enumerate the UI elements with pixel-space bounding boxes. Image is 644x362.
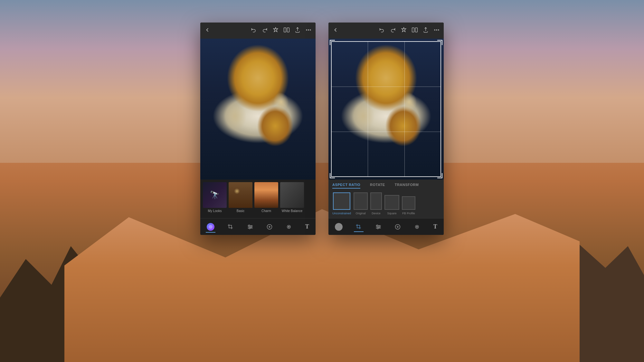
svg-point-27 — [417, 226, 418, 227]
right-toolbar-left — [332, 27, 339, 34]
back-button[interactable] — [204, 27, 211, 34]
text-icon: T — [305, 223, 309, 230]
aspect-option-unconstrained[interactable]: Unconstrained — [332, 192, 351, 215]
left-tool-text[interactable]: T — [301, 221, 313, 232]
right-selective-icon — [414, 224, 420, 230]
tab-aspect-ratio[interactable]: ASPECT RATIO — [332, 183, 360, 189]
aspect-option-original[interactable]: Original — [354, 192, 368, 215]
crop-grid-v2 — [404, 41, 405, 177]
crop-overlay[interactable] — [328, 39, 444, 180]
look-label-white-balance: White Balance — [282, 209, 302, 213]
right-text-icon: T — [433, 223, 437, 230]
compare-button[interactable] — [283, 27, 290, 34]
right-tool-text[interactable]: T — [430, 221, 441, 232]
aspect-option-fb-profile[interactable]: FB Profile — [402, 196, 415, 215]
auto-adjust-button[interactable] — [272, 27, 279, 34]
right-redo-button[interactable] — [390, 27, 396, 34]
right-screen: ASPECT RATIO ROTATE TRANSFORM Unconstrai… — [328, 23, 444, 235]
right-share-button[interactable] — [422, 27, 429, 34]
crop-frame — [331, 41, 441, 177]
svg-rect-1 — [287, 28, 289, 32]
svg-point-18 — [438, 30, 439, 31]
svg-point-8 — [248, 225, 250, 226]
crop-corner-tl — [330, 40, 335, 45]
look-item-white-balance[interactable]: White Balance — [280, 182, 304, 213]
look-item-my-looks[interactable]: My Looks — [203, 182, 227, 213]
svg-point-17 — [436, 30, 437, 31]
tab-rotate[interactable]: ROTATE — [370, 183, 385, 189]
svg-point-2 — [306, 30, 307, 31]
svg-point-16 — [434, 30, 435, 31]
looks-panel: My Looks Basic Charm White Balance — [200, 180, 316, 218]
right-toolbar — [328, 23, 444, 39]
left-tool-adjust[interactable] — [243, 222, 257, 232]
crop-grid-h1 — [331, 87, 441, 87]
svg-rect-0 — [284, 28, 286, 32]
aspect-label-unconstrained: Unconstrained — [332, 212, 351, 215]
right-tool-adjust[interactable] — [371, 222, 385, 232]
crop-corner-tr — [437, 40, 442, 45]
healing-icon — [266, 224, 273, 230]
crop-grid-h2 — [331, 132, 441, 132]
look-label-basic: Basic — [237, 209, 244, 213]
right-crop-icon — [355, 224, 362, 230]
svg-point-4 — [310, 30, 311, 31]
tab-transform[interactable]: TRANSFORM — [395, 183, 419, 189]
left-tool-selective[interactable] — [282, 222, 296, 232]
look-thumb-basic — [229, 182, 252, 208]
left-bottom-toolbar: T — [200, 218, 316, 235]
look-item-charm[interactable]: Charm — [254, 182, 278, 213]
svg-point-13 — [289, 226, 289, 227]
looks-dot-icon — [207, 223, 214, 231]
svg-point-3 — [308, 30, 309, 31]
crop-icon — [227, 224, 234, 230]
screens-container: My Looks Basic Charm White Balance — [200, 23, 444, 235]
adjust-icon — [247, 224, 253, 230]
right-tool-crop[interactable] — [352, 222, 366, 232]
left-screen: My Looks Basic Charm White Balance — [200, 23, 316, 235]
right-auto-adjust-button[interactable] — [401, 27, 407, 34]
look-item-basic[interactable]: Basic — [229, 182, 252, 213]
aspect-label-device: Device — [372, 212, 381, 215]
aspect-label-fb-profile: FB Profile — [402, 212, 415, 215]
more-button[interactable] — [305, 27, 312, 34]
svg-point-24 — [377, 227, 378, 229]
svg-point-22 — [376, 225, 378, 226]
crop-corner-bl — [330, 173, 335, 178]
right-toolbar-right — [379, 27, 440, 34]
aspect-panel: ASPECT RATIO ROTATE TRANSFORM Unconstrai… — [328, 180, 444, 218]
aspect-options: Unconstrained Original Device Square FB … — [332, 192, 440, 215]
left-toolbar-right — [251, 27, 312, 34]
aspect-option-device[interactable]: Device — [370, 192, 382, 215]
look-label-charm: Charm — [261, 209, 271, 213]
right-adjust-icon — [375, 224, 382, 230]
right-compare-button[interactable] — [412, 27, 418, 34]
svg-point-23 — [379, 226, 380, 227]
right-undo-button[interactable] — [379, 27, 385, 34]
aspect-label-square: Square — [387, 212, 397, 215]
svg-point-10 — [249, 227, 250, 229]
right-tool-looks[interactable] — [331, 221, 346, 233]
aspect-box-device — [370, 192, 382, 210]
look-thumb-white-balance — [280, 182, 304, 208]
right-back-button[interactable] — [332, 27, 339, 34]
look-label-my-looks: My Looks — [208, 209, 222, 213]
left-tool-looks[interactable] — [203, 221, 218, 233]
svg-rect-14 — [412, 28, 414, 32]
crop-grid-v1 — [368, 41, 368, 177]
crop-corner-br — [437, 173, 442, 178]
share-button[interactable] — [294, 27, 301, 34]
left-tool-healing[interactable] — [262, 222, 277, 232]
right-tool-selective[interactable] — [410, 222, 424, 232]
undo-button[interactable] — [251, 27, 257, 34]
aspect-tabs: ASPECT RATIO ROTATE TRANSFORM — [332, 183, 440, 189]
right-tool-healing[interactable] — [391, 222, 405, 232]
left-tool-crop[interactable] — [223, 222, 238, 232]
look-thumb-charm — [254, 182, 278, 208]
aspect-option-square[interactable]: Square — [384, 195, 399, 215]
left-toolbar-left — [204, 27, 211, 34]
aspect-box-original — [354, 192, 368, 210]
aspect-box-unconstrained — [333, 192, 350, 210]
redo-button[interactable] — [261, 27, 268, 34]
right-more-button[interactable] — [433, 27, 440, 34]
